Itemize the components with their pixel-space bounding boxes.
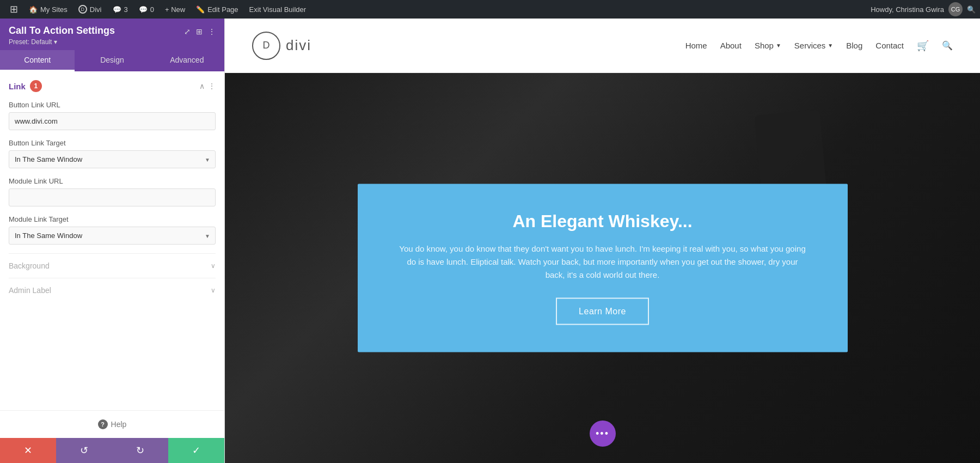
admin-label-section-header[interactable]: Admin Label ∨ [9, 286, 216, 295]
module-link-url-input[interactable] [9, 188, 216, 206]
comment-zero-icon: 💬 [139, 5, 148, 14]
help-label: Help [111, 420, 127, 429]
undo-button[interactable]: ↺ [56, 438, 112, 463]
link-section: Link 1 ∧ ⋮ Button Link URL Button Link T… [9, 80, 216, 245]
button-link-url-input[interactable] [9, 112, 216, 130]
cta-learn-more-button[interactable]: Learn More [556, 298, 649, 325]
background-section-title: Background [9, 261, 50, 270]
more-options-icon[interactable]: ⋮ [208, 27, 216, 36]
background-section: Background ∨ [9, 253, 216, 278]
tab-design[interactable]: Design [75, 50, 149, 71]
collapse-icon[interactable]: ∧ [199, 82, 205, 90]
settings-panel: Call To Action Settings Preset: Default … [0, 19, 225, 463]
cart-icon[interactable]: 🛒 [917, 40, 929, 52]
panel-content: Link 1 ∧ ⋮ Button Link URL Button Link T… [0, 71, 224, 410]
edit-page-button[interactable]: ✏️ Edit Page [191, 0, 243, 19]
site-header: D divi Home About Shop ▼ Services ▼ Blog… [225, 19, 980, 73]
divi-icon: D [78, 5, 87, 14]
hero-section: An Elegant Whiskey... You do know, you d… [225, 73, 980, 463]
help-button[interactable]: ? Help [98, 419, 127, 429]
my-sites-button[interactable]: 🏠 My Sites [23, 0, 73, 19]
module-link-url-label: Module Link URL [9, 177, 216, 185]
nav-item-contact[interactable]: Contact [875, 41, 904, 50]
panel-header: Call To Action Settings Preset: Default … [0, 19, 224, 50]
background-chevron-icon: ∨ [211, 262, 216, 270]
section-controls: ∧ ⋮ [199, 82, 216, 90]
shop-dropdown-icon: ▼ [776, 42, 781, 48]
panel-tabs: Content Design Advanced [0, 50, 224, 71]
cancel-icon: ✕ [24, 444, 32, 456]
admin-label-chevron-icon: ∨ [211, 287, 216, 294]
site-logo: D divi [252, 32, 311, 60]
admin-search-icon[interactable]: 🔍 [967, 5, 976, 14]
new-button[interactable]: + New [160, 0, 191, 19]
redo-icon: ↻ [136, 444, 144, 456]
module-link-target-group: Module Link Target In The Same Window In… [9, 215, 216, 245]
help-section: ? Help [0, 410, 224, 438]
floating-dots-icon: ••• [596, 428, 609, 440]
floating-options-button[interactable]: ••• [590, 421, 616, 447]
cta-module: An Elegant Whiskey... You do know, you d… [358, 184, 848, 352]
logo-circle: D [252, 32, 280, 60]
nav-item-services[interactable]: Services ▼ [794, 41, 833, 50]
background-section-header[interactable]: Background ∨ [9, 261, 216, 270]
button-link-target-select[interactable]: In The Same Window In A New Window [9, 150, 216, 168]
module-link-target-select[interactable]: In The Same Window In A New Window [9, 227, 216, 245]
button-link-url-label: Button Link URL [9, 101, 216, 109]
divi-label: Divi [90, 5, 102, 14]
exit-builder-button[interactable]: Exit Visual Builder [244, 0, 312, 19]
panel-preset[interactable]: Preset: Default ▾ [9, 38, 115, 46]
link-title: Link [9, 82, 26, 91]
save-icon: ✓ [192, 444, 200, 456]
tab-content[interactable]: Content [0, 50, 75, 71]
module-link-target-wrapper: In The Same Window In A New Window [9, 227, 216, 245]
divi-button[interactable]: D Divi [73, 0, 107, 19]
button-link-url-group: Button Link URL [9, 101, 216, 130]
user-avatar[interactable]: CG [948, 2, 963, 16]
cta-heading: An Elegant Whiskey... [390, 211, 815, 232]
comments-count-button[interactable]: 💬 3 [107, 0, 133, 19]
preview-area: D divi Home About Shop ▼ Services ▼ Blog… [225, 19, 980, 463]
undo-icon: ↺ [80, 444, 88, 456]
logo-text: divi [286, 37, 311, 54]
panel-title: Call To Action Settings [9, 25, 115, 36]
panel-header-icons: ⤢ ⊞ ⋮ [184, 27, 216, 36]
tab-advanced[interactable]: Advanced [150, 50, 224, 71]
comment-zero-button[interactable]: 💬 0 [133, 0, 160, 19]
action-bar: ✕ ↺ ↻ ✓ [0, 438, 224, 463]
grid-icon[interactable]: ⊞ [196, 27, 203, 36]
new-label: + New [165, 5, 185, 14]
nav-item-about[interactable]: About [720, 41, 742, 50]
help-circle-icon: ? [98, 419, 108, 429]
exit-builder-label: Exit Visual Builder [249, 5, 307, 14]
cancel-button[interactable]: ✕ [0, 438, 56, 463]
panel-title-area: Call To Action Settings Preset: Default … [9, 25, 115, 46]
my-sites-label: My Sites [40, 5, 68, 14]
comment-zero-count: 0 [150, 5, 154, 14]
edit-page-label: Edit Page [207, 5, 238, 14]
nav-item-shop[interactable]: Shop ▼ [755, 41, 781, 50]
services-dropdown-icon: ▼ [828, 42, 833, 48]
module-link-url-group: Module Link URL [9, 177, 216, 206]
button-link-target-wrapper: In The Same Window In A New Window [9, 150, 216, 168]
button-link-target-group: Button Link Target In The Same Window In… [9, 139, 216, 168]
redo-button[interactable]: ↻ [112, 438, 168, 463]
site-nav: Home About Shop ▼ Services ▼ Blog Contac… [685, 40, 953, 52]
wp-admin-bar: ⊞ 🏠 My Sites D Divi 💬 3 💬 0 + New ✏️ Edi… [0, 0, 980, 19]
section-badge: 1 [30, 80, 42, 92]
fullscreen-icon[interactable]: ⤢ [184, 27, 191, 36]
section-header: Link 1 ∧ ⋮ [9, 80, 216, 92]
cta-text: You do know, you do know that they don't… [399, 242, 807, 282]
section-more-icon[interactable]: ⋮ [208, 82, 216, 90]
comment-icon: 💬 [113, 5, 121, 14]
wp-icon: ⊞ [10, 3, 18, 15]
nav-item-blog[interactable]: Blog [846, 41, 862, 50]
logo-letter: D [263, 40, 270, 51]
home-icon: 🏠 [29, 5, 38, 14]
save-button[interactable]: ✓ [168, 438, 224, 463]
comments-count: 3 [124, 5, 128, 14]
nav-search-icon[interactable]: 🔍 [942, 40, 953, 51]
nav-item-home[interactable]: Home [685, 41, 707, 50]
section-title: Link 1 [9, 80, 42, 92]
wp-logo-button[interactable]: ⊞ [4, 0, 23, 19]
